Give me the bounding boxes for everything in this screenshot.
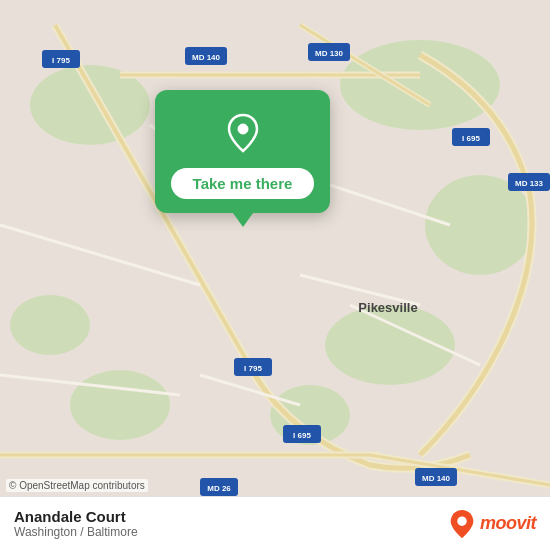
svg-text:MD 140: MD 140	[192, 53, 221, 62]
svg-point-49	[457, 516, 466, 525]
location-pin-icon	[218, 108, 268, 158]
location-name: Anandale Court	[14, 508, 138, 525]
location-region: Washington / Baltimore	[14, 525, 138, 539]
moovit-brand-text: moovit	[480, 513, 536, 534]
moovit-pin-icon	[448, 508, 476, 540]
map-container: I 795 MD 140 MD 130 MD 140 I 695 MD 133 …	[0, 0, 550, 550]
map-svg: I 795 MD 140 MD 130 MD 140 I 695 MD 133 …	[0, 0, 550, 550]
svg-text:I 795: I 795	[52, 56, 70, 65]
svg-text:MD 133: MD 133	[515, 179, 544, 188]
svg-point-7	[10, 295, 90, 355]
svg-text:I 695: I 695	[462, 134, 480, 143]
svg-point-48	[238, 124, 248, 134]
location-info: Anandale Court Washington / Baltimore	[14, 508, 138, 539]
svg-text:MD 140: MD 140	[422, 474, 451, 483]
location-popup: Take me there	[155, 90, 330, 213]
svg-point-1	[340, 40, 500, 130]
bottom-bar: Anandale Court Washington / Baltimore mo…	[0, 496, 550, 550]
svg-text:I 695: I 695	[293, 431, 311, 440]
svg-text:MD 26: MD 26	[207, 484, 231, 493]
svg-text:MD 130: MD 130	[315, 49, 344, 58]
take-me-there-button[interactable]: Take me there	[171, 168, 315, 199]
svg-point-6	[70, 370, 170, 440]
moovit-logo: moovit	[448, 508, 536, 540]
copyright-text: © OpenStreetMap contributors	[6, 479, 148, 492]
svg-text:Pikesville: Pikesville	[358, 300, 417, 315]
svg-text:I 795: I 795	[244, 364, 262, 373]
